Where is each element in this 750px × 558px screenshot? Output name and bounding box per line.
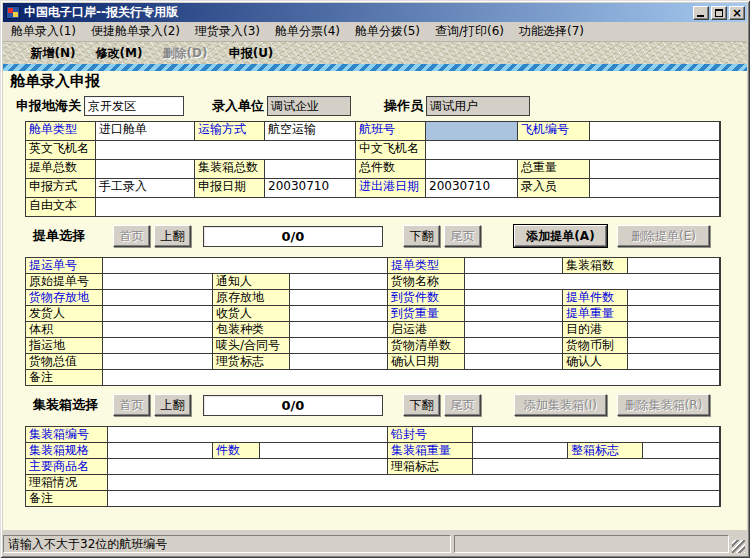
field-input-cell[interactable] [465,354,562,369]
container-table: 集装箱编号铅封号集装箱规格件数集装箱重量整箱标志主要商品名理箱标志理箱情况备注 [25,426,721,507]
menu-manifest-entry[interactable]: 舱单录入(1) [4,21,84,42]
field-input-cell[interactable] [290,322,387,337]
menu-quick-manifest-entry[interactable]: 便捷舱单录入(2) [84,21,188,42]
field-input-cell[interactable] [103,258,387,273]
ct-pager: 集装箱选择 首页 上翻 0/0 下翻 尾页 添加集装箱(I) 删除集装箱(R) [3,392,747,418]
field-label: 货物名称 [388,274,464,289]
field-input-cell[interactable] [108,459,387,474]
field-input-cell[interactable] [465,274,719,289]
menu-function-select[interactable]: 功能选择(7) [512,21,592,42]
maximize-icon [715,9,723,17]
field-input-cell[interactable] [103,290,212,305]
status-aux-pane [454,535,729,553]
field-input-cell[interactable]: 手工录入 [96,179,194,197]
operator-label: 操作员 [384,97,423,115]
field-input-cell[interactable] [590,122,719,140]
field-input-cell[interactable] [628,338,719,353]
maximize-button[interactable] [711,6,727,20]
field-input-cell[interactable] [290,274,387,289]
field-input-cell[interactable] [290,354,387,369]
ct-counter-input[interactable]: 0/0 [203,395,383,416]
toolbar-modify-button[interactable]: 修改(M) [91,45,147,62]
field-input-cell[interactable]: 航空运输 [265,122,355,140]
field-input-cell[interactable] [426,141,719,159]
bl-add-button[interactable]: 添加提单(A) [514,225,607,247]
field-input-cell[interactable]: 进口舱单 [96,122,194,140]
statusbar: 请输入不大于32位的航班编号 [3,533,747,555]
field-input-cell[interactable] [103,354,212,369]
field-input-cell[interactable] [465,290,562,305]
field-label: 货物总值 [26,354,102,369]
field-input-cell[interactable] [103,370,719,385]
field-label: 提运单号 [26,258,102,273]
field-input-cell[interactable] [628,322,719,337]
field-input-cell[interactable] [590,160,719,178]
minimize-button[interactable] [693,6,709,20]
field-input-cell[interactable] [103,322,212,337]
field-input-cell[interactable] [108,491,719,506]
ct-add-button: 添加集装箱(I) [514,394,607,416]
field-label: 到货件数 [388,290,464,305]
field-input-cell[interactable] [96,198,719,216]
field-input-cell[interactable] [103,306,212,321]
field-label: 总重量 [518,160,589,178]
field-label: 理箱标志 [388,459,472,474]
menubar: 舱单录入(1) 便捷舱单录入(2) 理货录入(3) 舱单分票(4) 舱单分拨(5… [3,22,747,41]
field-input-cell[interactable] [108,475,719,490]
field-input-cell[interactable] [628,306,719,321]
field-input-cell[interactable] [465,258,562,273]
field-input-cell[interactable] [473,427,719,442]
menu-manifest-split[interactable]: 舱单分票(4) [268,21,348,42]
entry-unit-label: 录入单位 [212,97,264,115]
field-input-cell[interactable] [465,322,562,337]
bl-first-button: 首页 [113,225,150,247]
field-input-cell[interactable] [96,141,355,159]
bl-counter-input[interactable]: 0/0 [203,226,383,247]
field-input-cell[interactable] [103,274,212,289]
menu-tally-entry[interactable]: 理货录入(3) [188,21,268,42]
resize-grip-icon[interactable] [732,540,745,553]
field-label: 发货人 [26,306,102,321]
declare-customs-input[interactable]: 京开发区 [84,96,184,116]
menu-manifest-dispatch[interactable]: 舱单分拨(5) [348,21,428,42]
ct-prev-button[interactable]: 上翻 [154,394,191,416]
field-input-cell[interactable] [643,443,719,458]
field-input-cell[interactable] [290,306,387,321]
bl-prev-button[interactable]: 上翻 [154,225,191,247]
field-input-cell[interactable]: 20030710 [265,179,355,197]
bl-next-button[interactable]: 下翻 [403,225,440,247]
field-label: 主要商品名 [26,459,107,474]
field-label: 集装箱重量 [388,443,472,458]
field-input-cell[interactable] [473,459,719,474]
field-input-cell[interactable] [260,443,387,458]
field-label: 体积 [26,322,102,337]
ct-next-button[interactable]: 下翻 [403,394,440,416]
toolbar-declare-button[interactable]: 申报(U) [223,45,279,62]
field-input-cell[interactable] [96,160,194,178]
field-input-cell[interactable]: 20030710 [426,179,517,197]
field-label: 货物清单数 [388,338,464,353]
field-label: 集装箱总数 [195,160,264,178]
close-button[interactable]: × [729,6,745,20]
field-input-cell[interactable] [108,443,212,458]
field-input-cell[interactable] [465,338,562,353]
field-input-cell[interactable] [590,179,719,197]
page-title: 舱单录入申报 [3,71,747,92]
field-input-cell[interactable] [426,160,517,178]
toolbar-new-button[interactable]: 新增(N) [25,45,81,62]
field-input-cell[interactable] [103,338,212,353]
field-input-cell[interactable] [628,290,719,305]
menu-query-print[interactable]: 查询/打印(6) [428,21,512,42]
field-input-cell[interactable] [473,443,567,458]
field-input-cell[interactable] [628,354,719,369]
field-label: 货物币制 [563,338,627,353]
field-input-cell[interactable] [108,427,387,442]
field-input-cell[interactable] [426,122,517,140]
field-input-cell[interactable] [465,306,562,321]
field-input-cell[interactable] [265,160,355,178]
field-label: 货物存放地 [26,290,102,305]
field-input-cell[interactable] [628,258,719,273]
field-input-cell[interactable] [290,290,387,305]
field-label: 飞机编号 [518,122,589,140]
field-input-cell[interactable] [290,338,387,353]
